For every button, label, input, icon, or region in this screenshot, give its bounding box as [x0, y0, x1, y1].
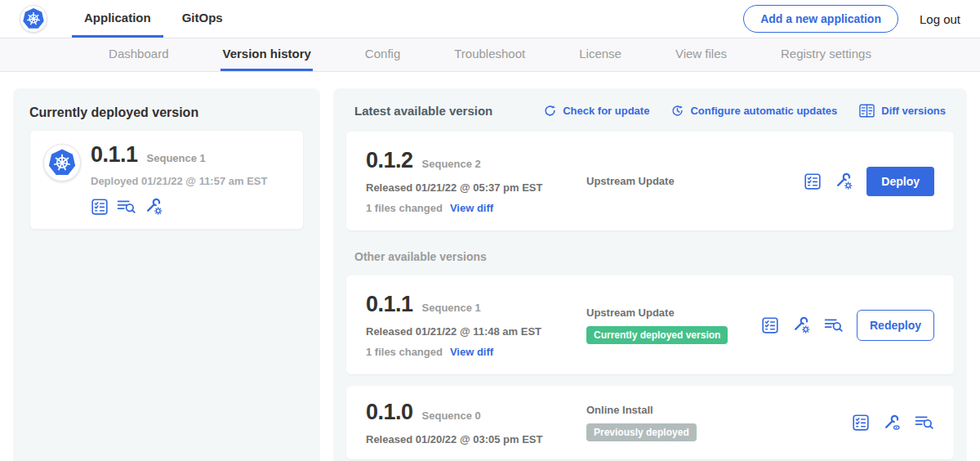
- currently-deployed-badge: Currently deployed version: [586, 326, 728, 344]
- kubernetes-app-icon: [43, 144, 81, 181]
- configure-automatic-updates-link[interactable]: Configure automatic updates: [670, 104, 837, 118]
- version-row-0-1-1: 0.1.1 Sequence 1 Released 01/21/22 @ 11:…: [346, 275, 954, 374]
- sequence-label: Sequence 0: [422, 410, 481, 422]
- auto-updates-icon: [670, 104, 684, 118]
- version-source-label: Upstream Update: [586, 307, 753, 319]
- tab-gitops[interactable]: GitOps: [170, 0, 235, 38]
- deploy-button[interactable]: Deploy: [866, 167, 934, 196]
- diff-icon: [858, 103, 875, 119]
- subnav-troubleshoot[interactable]: Troubleshoot: [452, 38, 527, 71]
- version-number: 0.1.0: [366, 400, 413, 425]
- latest-version-title: Latest available version: [354, 104, 492, 118]
- logout-link[interactable]: Log out: [920, 12, 960, 26]
- check-for-update-label: Check for update: [563, 105, 649, 117]
- subnav-license[interactable]: License: [577, 38, 623, 71]
- subnav-config[interactable]: Config: [363, 38, 402, 71]
- sequence-label: Sequence 2: [422, 158, 481, 170]
- currently-deployed-title: Currently deployed version: [29, 105, 304, 120]
- add-application-button[interactable]: Add a new application: [743, 5, 898, 33]
- deployed-version-card: 0.1.1 Sequence 1 Deployed 01/21/22 @ 11:…: [29, 130, 304, 230]
- version-history-panel: Latest available version Check for updat…: [333, 88, 967, 461]
- subnav-dashboard[interactable]: Dashboard: [107, 38, 170, 71]
- deployed-timestamp: Deployed 01/21/22 @ 11:57 am EST: [91, 175, 267, 187]
- version-source-label: Upstream Update: [586, 175, 795, 187]
- version-row-0-1-0: 0.1.0 Sequence 0 Released 01/20/22 @ 03:…: [346, 386, 954, 459]
- release-notes-icon[interactable]: [761, 316, 779, 334]
- files-changed-label: 1 files changed: [366, 202, 443, 214]
- currently-deployed-card: Currently deployed version 0.1.1 Sequenc…: [13, 88, 320, 461]
- check-update-icon: [543, 104, 557, 118]
- other-versions-title: Other available versions: [354, 250, 946, 263]
- check-for-update-link[interactable]: Check for update: [543, 104, 649, 118]
- edit-config-icon[interactable]: [792, 316, 811, 334]
- view-logs-icon[interactable]: [824, 316, 844, 334]
- redeploy-button[interactable]: Redeploy: [857, 310, 934, 341]
- version-row-0-1-2: 0.1.2 Sequence 2 Released 01/21/22 @ 05:…: [346, 132, 954, 230]
- subnav-version-history[interactable]: Version history: [220, 38, 312, 71]
- deployed-version-number: 0.1.1: [91, 142, 138, 168]
- diff-versions-link[interactable]: Diff versions: [858, 103, 946, 119]
- files-changed-label: 1 files changed: [366, 346, 443, 358]
- version-source-label: Online Install: [586, 404, 844, 416]
- release-notes-icon[interactable]: [804, 172, 822, 190]
- edit-config-icon[interactable]: [835, 172, 853, 190]
- top-bar: Application GitOps Add a new application…: [0, 0, 980, 38]
- view-diff-link[interactable]: View diff: [450, 202, 493, 214]
- view-logs-icon[interactable]: [117, 198, 136, 216]
- previously-deployed-badge: Previously deployed: [586, 423, 697, 441]
- deployed-sequence-label: Sequence 1: [147, 152, 206, 164]
- app-subnav: Dashboard Version history Config Trouble…: [0, 38, 980, 72]
- release-notes-icon[interactable]: [852, 414, 870, 432]
- sequence-label: Sequence 1: [422, 302, 481, 314]
- app-tabs: Application GitOps: [72, 0, 235, 38]
- released-timestamp: Released 01/21/22 @ 11:48 am EST: [366, 325, 572, 338]
- kubernetes-logo-icon: [20, 5, 47, 33]
- edit-config-icon[interactable]: [145, 197, 163, 216]
- configure-automatic-updates-label: Configure automatic updates: [690, 105, 837, 117]
- version-number: 0.1.1: [366, 292, 413, 317]
- view-logs-icon[interactable]: [915, 414, 934, 432]
- released-timestamp: Released 01/20/22 @ 03:05 pm EST: [366, 433, 572, 445]
- released-timestamp: Released 01/21/22 @ 05:37 pm EST: [366, 181, 572, 194]
- subnav-registry-settings[interactable]: Registry settings: [779, 38, 873, 71]
- view-config-icon[interactable]: [883, 414, 902, 432]
- tab-application[interactable]: Application: [72, 0, 163, 38]
- diff-versions-label: Diff versions: [881, 105, 946, 117]
- version-number: 0.1.2: [366, 148, 413, 173]
- release-notes-icon[interactable]: [91, 198, 109, 216]
- subnav-view-files[interactable]: View files: [674, 38, 728, 71]
- view-diff-link[interactable]: View diff: [450, 346, 493, 358]
